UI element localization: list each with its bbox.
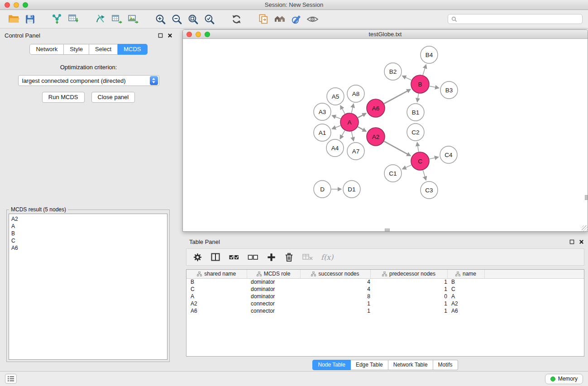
table-row[interactable]: A6connector11A6 xyxy=(186,307,584,315)
graph-edge-B-B2[interactable] xyxy=(402,76,411,80)
search-input[interactable] xyxy=(459,15,579,23)
graph-node-D1[interactable]: D1 xyxy=(343,181,360,198)
annotations-button[interactable] xyxy=(288,12,304,26)
cell-predecessor-nodes[interactable]: 1 xyxy=(370,278,447,286)
graph-node-A[interactable]: A xyxy=(340,113,359,131)
graph-node-A6[interactable]: A6 xyxy=(367,99,385,117)
zoom-out-button[interactable] xyxy=(168,12,185,26)
tab-network-table[interactable]: Network Table xyxy=(388,360,433,370)
graph-edge-A-A5[interactable] xyxy=(340,105,345,114)
export-network-button[interactable] xyxy=(92,12,109,26)
mcds-result-item[interactable]: B xyxy=(11,230,165,237)
close-panel-action-button[interactable]: Close panel xyxy=(91,92,135,103)
cell-predecessor-nodes[interactable]: 1 xyxy=(370,300,447,307)
cell-mcds-role[interactable]: connector xyxy=(247,307,300,315)
graph-node-D[interactable]: D xyxy=(314,181,331,198)
graph-edge-C-C2[interactable] xyxy=(417,143,419,152)
save-session-button[interactable] xyxy=(22,12,38,26)
tab-mcds[interactable]: MCDS xyxy=(118,44,147,55)
column-header-shared-name[interactable]: shared name xyxy=(186,270,247,278)
network-minimize-button[interactable] xyxy=(196,32,201,37)
mcds-result-item[interactable]: A2 xyxy=(11,215,165,223)
show-details-button[interactable] xyxy=(304,12,320,26)
graph-edge-A-A1[interactable] xyxy=(332,126,341,129)
settings-button[interactable] xyxy=(191,252,204,262)
mcds-result-item[interactable]: A xyxy=(11,223,165,230)
graph-node-C4[interactable]: C4 xyxy=(440,146,457,163)
cell-successor-nodes[interactable]: 1 xyxy=(300,300,370,307)
cell-predecessor-nodes[interactable]: 1 xyxy=(370,307,447,315)
cell-mcds-role[interactable]: dominator xyxy=(247,286,300,293)
show-columns-button[interactable] xyxy=(209,252,222,262)
select-all-button[interactable] xyxy=(227,252,241,262)
delete-column-button[interactable] xyxy=(282,252,296,262)
graph-edge-B-B1[interactable] xyxy=(417,94,419,102)
run-mcds-button[interactable]: Run MCDS xyxy=(42,92,85,103)
column-header-name[interactable]: name xyxy=(447,270,484,278)
tab-node-table[interactable]: Node Table xyxy=(312,360,351,370)
cell-name[interactable]: A2 xyxy=(447,300,484,307)
network-canvas[interactable]: B4B2BB3A5A8A6A3B1AA1C2A2A4A7C4CC1C3DD1 xyxy=(183,39,588,231)
column-header-successor-nodes[interactable]: successor nodes xyxy=(300,270,370,278)
vertical-scrollbar-thumb[interactable] xyxy=(585,195,588,200)
resize-grip[interactable] xyxy=(582,225,588,231)
graph-edge-A-A6[interactable] xyxy=(358,113,366,118)
graph-node-B[interactable]: B xyxy=(411,75,429,93)
network-zoom-button[interactable] xyxy=(205,32,210,37)
mcds-result-item[interactable]: C xyxy=(11,237,165,244)
cell-mcds-role[interactable]: connector xyxy=(247,300,300,307)
table-row[interactable]: Cdominator41C xyxy=(186,286,584,293)
snapshot-button[interactable] xyxy=(255,12,272,26)
cell-name[interactable]: B xyxy=(447,278,484,286)
minimize-window-button[interactable] xyxy=(14,2,19,8)
graph-edge-A-A7[interactable] xyxy=(352,132,354,141)
task-history-button[interactable] xyxy=(5,374,17,384)
graph-node-C2[interactable]: C2 xyxy=(407,124,424,141)
table-row[interactable]: Adominator80A xyxy=(186,293,584,300)
mcds-result-item[interactable]: A6 xyxy=(11,244,165,252)
zoom-fit-button[interactable] xyxy=(185,12,201,26)
table-float-panel-button[interactable] xyxy=(569,239,574,244)
cell-successor-nodes[interactable]: 8 xyxy=(300,293,370,300)
home-button[interactable] xyxy=(272,12,288,26)
cell-shared-name[interactable]: A6 xyxy=(186,307,247,315)
cell-name[interactable]: A xyxy=(447,293,484,300)
cell-shared-name[interactable]: B xyxy=(186,278,247,286)
graph-node-B4[interactable]: B4 xyxy=(421,46,438,63)
zoom-selected-button[interactable] xyxy=(201,12,217,26)
close-panel-button[interactable] xyxy=(167,33,172,38)
zoom-in-button[interactable] xyxy=(152,12,168,26)
cell-shared-name[interactable]: C xyxy=(186,286,247,293)
tab-select[interactable]: Select xyxy=(89,44,118,55)
graph-node-B2[interactable]: B2 xyxy=(384,63,402,80)
graph-node-A5[interactable]: A5 xyxy=(327,88,344,105)
tab-motifs[interactable]: Motifs xyxy=(433,360,458,370)
table-close-panel-button[interactable] xyxy=(579,239,584,244)
graph-edge-A6-B[interactable] xyxy=(384,89,411,104)
import-network-button[interactable] xyxy=(49,12,65,26)
open-file-button[interactable] xyxy=(5,12,22,26)
network-close-button[interactable] xyxy=(186,32,192,37)
graph-node-B1[interactable]: B1 xyxy=(407,104,424,121)
criterion-dropdown[interactable]: largest connected component (directed) xyxy=(18,75,159,86)
graph-node-B3[interactable]: B3 xyxy=(440,81,458,99)
memory-button[interactable]: Memory xyxy=(545,374,583,384)
graph-edge-B-B4[interactable] xyxy=(423,65,426,75)
cell-mcds-role[interactable]: dominator xyxy=(247,293,300,300)
export-table-button[interactable] xyxy=(109,12,125,26)
graph-edge-A-A8[interactable] xyxy=(352,104,354,113)
graph-node-A1[interactable]: A1 xyxy=(314,124,331,141)
column-header-mcds-role[interactable]: MCDS role xyxy=(247,270,300,278)
cell-name[interactable]: C xyxy=(447,286,484,293)
mcds-result-list[interactable]: A2ABCA6 xyxy=(9,214,167,360)
tab-style[interactable]: Style xyxy=(64,44,89,55)
graph-edge-C-C3[interactable] xyxy=(423,170,426,180)
cell-successor-nodes[interactable]: 4 xyxy=(300,286,370,293)
graph-edge-C-C1[interactable] xyxy=(402,165,411,169)
graph-edge-A2-C[interactable] xyxy=(384,141,411,156)
cell-name[interactable]: A6 xyxy=(447,307,484,315)
cell-predecessor-nodes[interactable]: 1 xyxy=(370,286,447,293)
function-builder-button[interactable]: f(x) xyxy=(321,253,333,262)
graph-node-A2[interactable]: A2 xyxy=(367,128,385,146)
import-table-button[interactable] xyxy=(65,12,81,26)
